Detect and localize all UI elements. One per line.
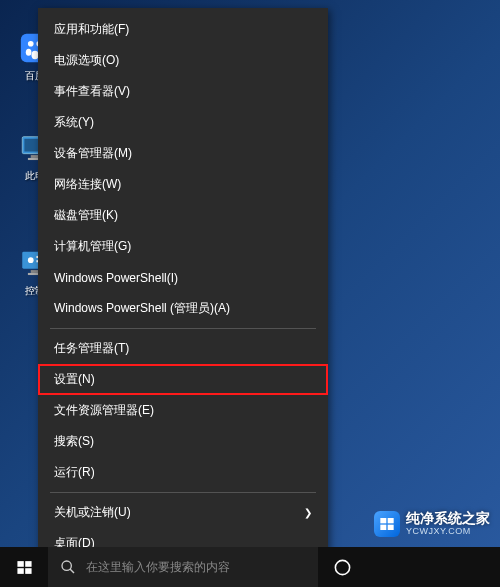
svg-point-1 (28, 41, 34, 47)
menu-item-label: 磁盘管理(K) (54, 207, 118, 224)
svg-rect-16 (380, 518, 386, 523)
menu-item-label: 文件资源管理器(E) (54, 402, 154, 419)
svg-rect-20 (17, 561, 23, 567)
cortana-button[interactable] (318, 547, 366, 587)
menu-item-file-explorer[interactable]: 文件资源管理器(E) (38, 395, 328, 426)
menu-item-label: 设备管理器(M) (54, 145, 132, 162)
svg-point-26 (335, 560, 349, 574)
menu-item-label: Windows PowerShell (管理员)(A) (54, 300, 230, 317)
menu-item-search[interactable]: 搜索(S) (38, 426, 328, 457)
menu-item-computer-management[interactable]: 计算机管理(G) (38, 231, 328, 262)
chevron-right-icon: ❯ (304, 507, 312, 518)
menu-item-label: 设置(N) (54, 371, 95, 388)
menu-item-apps-features[interactable]: 应用和功能(F) (38, 14, 328, 45)
menu-item-event-viewer[interactable]: 事件查看器(V) (38, 76, 328, 107)
menu-item-device-manager[interactable]: 设备管理器(M) (38, 138, 328, 169)
menu-item-power-options[interactable]: 电源选项(O) (38, 45, 328, 76)
menu-item-label: Windows PowerShell(I) (54, 271, 178, 285)
menu-item-label: 计算机管理(G) (54, 238, 131, 255)
menu-item-label: 事件查看器(V) (54, 83, 130, 100)
desktop: 百度 此电 控制 应用和功能(F) 电源选项(O) 事件查看器(V) 系统(Y)… (0, 0, 500, 587)
svg-rect-21 (25, 561, 31, 567)
svg-point-24 (62, 561, 71, 570)
menu-separator (50, 492, 316, 493)
search-icon (60, 559, 76, 575)
svg-rect-17 (388, 518, 394, 523)
menu-item-label: 电源选项(O) (54, 52, 119, 69)
windows-logo-icon (16, 559, 33, 576)
svg-line-25 (70, 569, 74, 573)
menu-item-label: 搜索(S) (54, 433, 94, 450)
menu-item-label: 关机或注销(U) (54, 504, 131, 521)
menu-item-task-manager[interactable]: 任务管理器(T) (38, 333, 328, 364)
taskbar: 在这里输入你要搜索的内容 (0, 547, 500, 587)
menu-item-label: 应用和功能(F) (54, 21, 129, 38)
menu-item-disk-management[interactable]: 磁盘管理(K) (38, 200, 328, 231)
menu-item-label: 系统(Y) (54, 114, 94, 131)
menu-item-shutdown-signout[interactable]: 关机或注销(U) ❯ (38, 497, 328, 528)
menu-item-network-connections[interactable]: 网络连接(W) (38, 169, 328, 200)
menu-item-label: 运行(R) (54, 464, 95, 481)
cortana-icon (333, 558, 352, 577)
watermark-url: YCWJXY.COM (406, 527, 490, 537)
svg-rect-19 (388, 525, 394, 530)
menu-item-system[interactable]: 系统(Y) (38, 107, 328, 138)
watermark-logo-icon (374, 511, 400, 537)
svg-rect-18 (380, 525, 386, 530)
svg-point-11 (28, 257, 34, 263)
menu-item-settings[interactable]: 设置(N) (38, 364, 328, 395)
menu-separator (50, 328, 316, 329)
winx-context-menu: 应用和功能(F) 电源选项(O) 事件查看器(V) 系统(Y) 设备管理器(M)… (38, 8, 328, 565)
taskbar-search-box[interactable]: 在这里输入你要搜索的内容 (48, 547, 318, 587)
start-button[interactable] (0, 547, 48, 587)
menu-item-label: 网络连接(W) (54, 176, 121, 193)
menu-item-powershell-admin[interactable]: Windows PowerShell (管理员)(A) (38, 293, 328, 324)
menu-item-powershell[interactable]: Windows PowerShell(I) (38, 262, 328, 293)
search-placeholder: 在这里输入你要搜索的内容 (86, 559, 230, 576)
watermark: 纯净系统之家 YCWJXY.COM (374, 511, 490, 537)
svg-rect-22 (17, 568, 23, 574)
svg-rect-23 (25, 568, 31, 574)
menu-item-label: 任务管理器(T) (54, 340, 129, 357)
svg-point-3 (26, 49, 32, 56)
menu-item-run[interactable]: 运行(R) (38, 457, 328, 488)
watermark-title: 纯净系统之家 (406, 511, 490, 526)
